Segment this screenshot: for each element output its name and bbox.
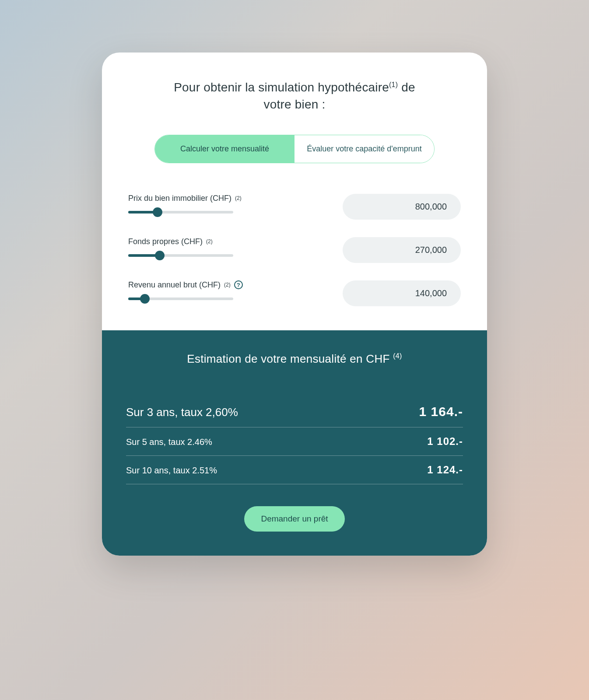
result-amount-1: 1 102.-: [427, 435, 463, 448]
label-price-sup: (2): [235, 195, 242, 201]
simulator-inner: Pour obtenir la simulation hypothécaire(…: [102, 52, 487, 330]
result-row-1: Sur 5 ans, taux 2.46% 1 102.-: [126, 427, 463, 456]
result-row-2: Sur 10 ans, taux 2.51% 1 124.-: [126, 456, 463, 484]
label-price-text: Prix du bien immobilier (CHF): [128, 194, 231, 203]
simulator-card: Pour obtenir la simulation hypothécaire(…: [102, 52, 487, 556]
result-term-0: Sur 3 ans, taux 2,60%: [126, 406, 238, 419]
input-income[interactable]: [343, 280, 461, 306]
row-price: Prix du bien immobilier (CHF) (2): [128, 194, 461, 220]
results-title-text: Estimation de votre mensualité en CHF: [187, 352, 389, 365]
label-equity-sup: (2): [206, 238, 213, 245]
page-title: Pour obtenir la simulation hypothécaire(…: [159, 79, 430, 113]
tab-calculate-monthly[interactable]: Calculer votre mensualité: [155, 135, 294, 163]
result-row-0: Sur 3 ans, taux 2,60% 1 164.-: [126, 396, 463, 427]
label-income-text: Revenu annuel brut (CHF): [128, 280, 221, 290]
slider-price[interactable]: [128, 211, 233, 214]
slider-equity-thumb[interactable]: [155, 251, 165, 260]
label-equity-text: Fonds propres (CHF): [128, 237, 203, 246]
row-income-left: Revenu annuel brut (CHF) (2) ?: [128, 280, 325, 300]
result-amount-0: 1 164.-: [419, 404, 463, 419]
result-term-2: Sur 10 ans, taux 2.51%: [126, 466, 217, 476]
row-income: Revenu annuel brut (CHF) (2) ?: [128, 280, 461, 306]
title-text-before: Pour obtenir la simulation hypothécaire: [174, 80, 389, 94]
input-price[interactable]: [343, 194, 461, 220]
results-panel: Estimation de votre mensualité en CHF (4…: [102, 330, 487, 556]
label-equity: Fonds propres (CHF) (2): [128, 237, 325, 246]
help-icon[interactable]: ?: [234, 280, 243, 289]
result-term-1: Sur 5 ans, taux 2.46%: [126, 437, 212, 447]
results-title: Estimation de votre mensualité en CHF (4…: [126, 352, 463, 366]
row-equity: Fonds propres (CHF) (2): [128, 237, 461, 263]
slider-equity[interactable]: [128, 254, 233, 257]
result-amount-2: 1 124.-: [427, 464, 463, 476]
request-loan-button[interactable]: Demander un prêt: [244, 506, 344, 532]
input-equity[interactable]: [343, 237, 461, 263]
slider-price-thumb[interactable]: [153, 207, 162, 217]
form-rows: Prix du bien immobilier (CHF) (2) Fonds …: [124, 194, 465, 330]
title-sup: (1): [389, 81, 398, 88]
slider-income-thumb[interactable]: [140, 294, 150, 304]
row-equity-left: Fonds propres (CHF) (2): [128, 237, 325, 257]
row-price-left: Prix du bien immobilier (CHF) (2): [128, 194, 325, 214]
slider-income[interactable]: [128, 298, 233, 300]
results-title-sup: (4): [393, 352, 402, 360]
label-income: Revenu annuel brut (CHF) (2) ?: [128, 280, 325, 290]
label-income-sup: (2): [224, 282, 231, 288]
label-price: Prix du bien immobilier (CHF) (2): [128, 194, 325, 203]
mode-tabs: Calculer votre mensualité Évaluer votre …: [154, 135, 435, 163]
tab-evaluate-capacity[interactable]: Évaluer votre capacité d'emprunt: [294, 135, 434, 163]
